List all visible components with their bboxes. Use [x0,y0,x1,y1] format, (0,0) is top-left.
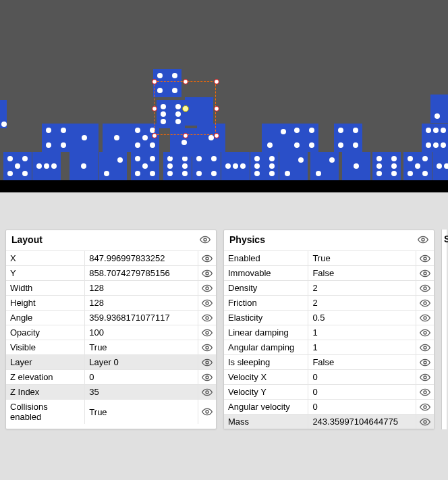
property-row[interactable]: Opacity100 [6,325,216,340]
dice-sprite[interactable] [290,124,318,152]
property-value[interactable]: 0 [308,370,416,384]
property-row[interactable]: EnabledTrue [224,250,434,265]
property-row[interactable]: X847.996997833252 [6,250,216,265]
property-row[interactable]: Elasticity0.5 [224,310,434,325]
dice-sprite[interactable] [0,100,7,128]
eye-icon[interactable] [198,340,216,354]
property-row[interactable]: Width128 [6,280,216,295]
property-row[interactable]: Velocity X0 [224,369,434,384]
dice-sprite[interactable] [430,95,448,123]
dice-sprite[interactable] [422,124,448,152]
dice-sprite[interactable] [131,152,159,180]
dice-sprite[interactable] [103,124,131,152]
property-value[interactable]: 2 [308,281,416,295]
property-row[interactable]: Density2 [224,280,434,295]
property-row[interactable]: Friction2 [224,295,434,310]
dice-sprite[interactable] [262,124,290,152]
eye-icon[interactable] [416,251,434,265]
dice-sprite[interactable] [99,152,127,180]
selection-handle[interactable] [214,79,219,84]
property-value[interactable]: 0 [308,385,416,399]
eye-icon[interactable] [416,340,434,354]
eye-icon[interactable] [416,296,434,310]
eye-icon[interactable] [416,355,434,369]
eye-icon[interactable] [198,251,216,265]
property-value[interactable]: 1 [308,340,416,354]
property-row[interactable]: Angular damping1 [224,340,434,354]
eye-icon[interactable] [416,370,434,384]
property-row[interactable]: Velocity Y0 [224,384,434,399]
eye-icon[interactable] [198,385,216,399]
dice-sprite[interactable] [70,124,99,152]
dice-sprite[interactable] [342,152,370,180]
property-row[interactable]: Angle359.9368171077117 [6,310,216,325]
dice-sprite[interactable] [32,152,61,180]
property-value[interactable]: True [85,400,198,424]
selection-handle[interactable] [183,79,188,84]
dice-sprite[interactable] [131,124,159,152]
property-value[interactable]: 847.996997833252 [85,251,198,265]
eye-icon[interactable] [198,266,216,280]
property-value[interactable]: False [308,355,416,369]
property-value[interactable]: 2 [308,296,416,310]
eye-icon[interactable] [198,325,216,340]
property-row[interactable]: Mass243.35997104644775 [224,414,434,429]
property-row[interactable]: Y858.7074279785156 [6,265,216,280]
dice-sprite[interactable] [250,152,279,180]
dice-sprite[interactable] [221,152,250,180]
property-row[interactable]: LayerLayer 0 [6,354,216,369]
dice-sprite[interactable] [153,69,181,97]
eye-icon[interactable] [198,296,216,310]
eye-icon[interactable] [416,400,434,414]
property-row[interactable]: Angular velocity0 [224,399,434,414]
dice-sprite[interactable] [69,152,98,180]
property-row[interactable]: Height128 [6,295,216,310]
property-value[interactable]: 0 [85,370,198,384]
eye-icon[interactable] [416,311,434,325]
property-value[interactable]: True [308,251,416,265]
eye-icon[interactable] [198,400,216,424]
dice-sprite[interactable] [432,152,448,180]
eye-icon[interactable] [416,385,434,399]
selection-handle[interactable] [214,106,219,111]
eye-icon[interactable] [416,281,434,295]
eye-icon[interactable] [198,370,216,384]
property-row[interactable]: Is sleepingFalse [224,354,434,369]
property-value[interactable]: 35 [85,385,198,399]
property-value[interactable]: 100 [85,325,198,340]
property-row[interactable]: Z elevation0 [6,369,216,384]
dice-sprite[interactable] [334,124,362,152]
eye-icon[interactable] [198,281,216,295]
dice-sprite[interactable] [185,97,213,126]
property-value[interactable]: Layer 0 [85,355,198,369]
dice-sprite[interactable] [310,152,339,180]
dice-sprite[interactable] [157,100,185,128]
property-value[interactable]: 0 [308,400,416,414]
property-row[interactable]: ImmovableFalse [224,265,434,280]
property-value[interactable]: 858.7074279785156 [85,266,198,280]
eye-icon[interactable] [198,355,216,369]
dice-sprite[interactable] [279,152,308,180]
eye-icon[interactable] [418,234,428,245]
property-value[interactable]: 243.35997104644775 [308,415,416,429]
property-value[interactable]: 128 [85,296,198,310]
dice-sprite[interactable] [197,124,225,152]
property-value[interactable]: True [85,340,198,354]
eye-icon[interactable] [416,325,434,340]
dice-sprite[interactable] [372,152,401,180]
property-row[interactable]: Collisions enabledTrue [6,399,216,424]
eye-icon[interactable] [198,311,216,325]
property-value[interactable]: 0.5 [308,311,416,325]
editor-viewport[interactable] [0,0,448,192]
property-row[interactable]: Z Index35 [6,384,216,399]
property-value[interactable]: False [308,266,416,280]
eye-icon[interactable] [416,415,434,429]
property-row[interactable]: VisibleTrue [6,340,216,354]
dice-sprite[interactable] [3,152,32,180]
dice-sprite[interactable] [42,124,70,152]
property-value[interactable]: 128 [85,281,198,295]
dice-sprite[interactable] [192,152,221,180]
dice-sprite[interactable] [403,152,432,180]
eye-icon[interactable] [200,234,211,245]
eye-icon[interactable] [416,266,434,280]
